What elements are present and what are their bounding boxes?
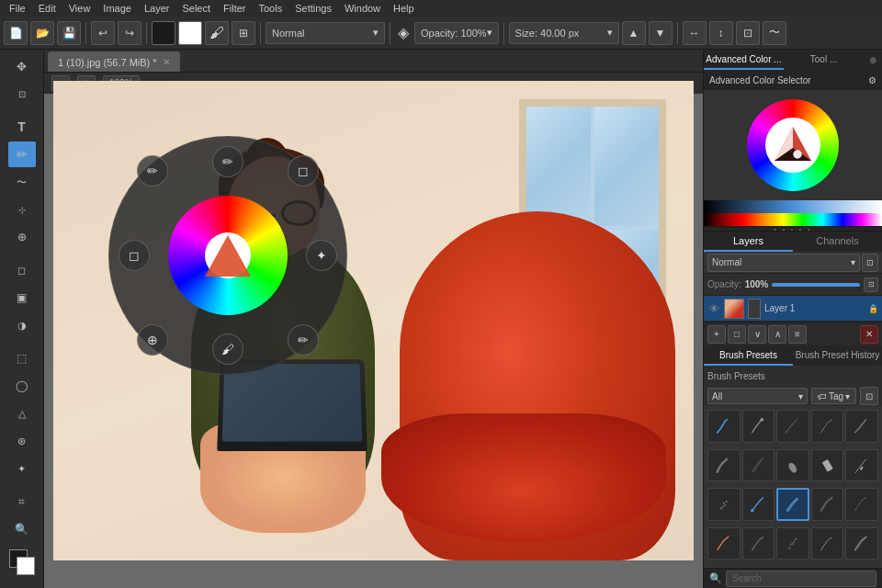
menu-filter[interactable]: Filter <box>218 0 251 17</box>
wheel-icon-right[interactable]: ✦ <box>306 240 337 271</box>
move-down-btn[interactable]: ∨ <box>748 325 766 344</box>
brush-cell-7[interactable] <box>742 449 775 482</box>
menu-help[interactable]: Help <box>388 0 420 17</box>
brush-cell-4[interactable] <box>811 410 844 443</box>
text-tool[interactable]: T <box>8 114 36 140</box>
paint-brush-tool[interactable]: ✏ <box>8 141 36 167</box>
eraser-tool[interactable]: ◻ <box>8 257 36 283</box>
color-wheel-popup[interactable]: ✏ ◻ ✦ ✏ 🖌 ⊕ ◻ ✏ <box>108 136 347 375</box>
brush-tag-button[interactable]: 🏷 Tag ▾ <box>811 388 856 404</box>
brush-presets-tab[interactable]: Brush Presets <box>704 345 793 366</box>
polygon-select-tool[interactable]: △ <box>8 401 36 426</box>
brush-cell-5[interactable] <box>845 410 878 443</box>
brush-cell-18[interactable] <box>776 527 809 560</box>
multibrush-tool[interactable]: ⊹ <box>8 197 36 222</box>
bg-color-btn[interactable] <box>178 21 202 45</box>
transform-tool[interactable]: ⊡ <box>8 81 36 107</box>
size-decr-btn[interactable]: ▲ <box>622 21 646 45</box>
brush-cell-17[interactable] <box>742 527 775 560</box>
menu-window[interactable]: Window <box>339 0 386 17</box>
wheel-icon-topleft[interactable]: ✏ <box>137 155 168 187</box>
blend-mode-dropdown[interactable]: Normal ▾ <box>266 22 385 44</box>
size-incr-btn[interactable]: ▼ <box>649 21 673 45</box>
rect-select-tool[interactable]: ⬚ <box>8 345 36 371</box>
menu-layer[interactable]: Layer <box>139 0 175 17</box>
opacity-extra-btn[interactable]: ⊡ <box>864 277 878 292</box>
wheel-icon-bottom[interactable]: 🖌 <box>212 334 243 365</box>
brush-search-input[interactable]: Search <box>726 571 876 587</box>
menu-select[interactable]: Select <box>176 0 216 17</box>
brush-cell-16[interactable] <box>707 527 741 560</box>
layer-props-btn[interactable]: ≡ <box>788 325 807 344</box>
move-up-btn[interactable]: ∧ <box>768 325 786 344</box>
fg-color-btn[interactable] <box>152 21 175 45</box>
main-color-wheel[interactable] <box>747 99 839 191</box>
layers-options-btn[interactable]: ⊡ <box>862 254 878 272</box>
panel-extra-tab[interactable]: ⊕ <box>864 50 882 70</box>
color-wheel-inner[interactable] <box>196 223 260 288</box>
color-wheel-container[interactable] <box>704 90 882 200</box>
brush-cell-6[interactable] <box>707 449 741 482</box>
save-file-button[interactable]: 💾 <box>57 21 81 45</box>
layer-visibility-icon[interactable]: 👁 <box>707 302 720 315</box>
layers-tab-btn[interactable]: Layers <box>704 232 793 252</box>
wheel-icon-bottomleft[interactable]: ⊕ <box>137 324 168 356</box>
undo-button[interactable]: ↩ <box>91 21 115 45</box>
brush-history-tab[interactable]: Brush Preset History <box>793 345 882 366</box>
fill-tool[interactable]: ▣ <box>8 285 36 311</box>
menu-view[interactable]: View <box>63 0 96 17</box>
menu-settings[interactable]: Settings <box>289 0 337 17</box>
layer-lock-icon[interactable]: 🔒 <box>867 303 878 314</box>
size-display[interactable]: Size: 40.00 px ▾ <box>509 22 619 44</box>
brush-cell-8[interactable] <box>776 449 809 482</box>
lasso-tool[interactable]: ⊛ <box>8 428 36 454</box>
brush-cell-13[interactable] <box>776 488 809 521</box>
channels-tab-btn[interactable]: Channels <box>793 232 882 252</box>
mirror-y-btn[interactable]: ↕ <box>709 21 733 45</box>
wrap-btn[interactable]: ⊡ <box>736 21 760 45</box>
wheel-icon-top[interactable]: ✏ <box>212 146 243 177</box>
brush-grid-btn[interactable]: ⊞ <box>232 21 255 45</box>
color-gradient-bar[interactable] <box>704 200 882 213</box>
pan-tool[interactable]: ✋ <box>8 582 36 588</box>
brush-cell-14[interactable] <box>811 488 844 521</box>
brush-tool-btn[interactable]: 🖌 <box>205 21 229 45</box>
delete-layer-btn[interactable]: ✕ <box>860 325 878 344</box>
advanced-color-tab[interactable]: Advanced Color ... <box>704 50 784 70</box>
background-swatch[interactable] <box>17 557 35 575</box>
menu-tools[interactable]: Tools <box>254 0 288 17</box>
tool-tab[interactable]: Tool ... <box>784 50 864 70</box>
canvas-viewport[interactable]: ✏ ◻ ✦ ✏ 🖌 ⊕ ◻ ✏ - + <box>44 72 703 588</box>
mirror-x-btn[interactable]: ↔ <box>683 21 707 45</box>
opacity-display[interactable]: Opacity: 100% ▾ <box>414 22 499 44</box>
gradient-tool[interactable]: ◑ <box>8 312 36 338</box>
layer-row[interactable]: 👁 Layer 1 🔒 <box>704 296 882 322</box>
move-tool[interactable]: ✥ <box>8 53 36 79</box>
redo-button[interactable]: ↪ <box>118 21 141 45</box>
opacity-slider[interactable] <box>772 283 860 287</box>
smoothing-btn[interactable]: 〜 <box>763 21 786 45</box>
new-file-button[interactable]: 📄 <box>4 21 28 45</box>
canvas-image[interactable]: ✏ ◻ ✦ ✏ 🖌 ⊕ ◻ ✏ <box>53 81 694 560</box>
zoom-tool[interactable]: 🔍 <box>8 516 36 542</box>
brush-all-filter[interactable]: All ▾ <box>707 388 808 404</box>
duplicate-layer-btn[interactable]: □ <box>728 325 746 344</box>
brush-cell-15[interactable] <box>845 488 878 521</box>
ellipse-select-tool[interactable]: ◯ <box>8 373 36 399</box>
settings-icon[interactable]: ⚙ <box>868 75 876 85</box>
open-file-button[interactable]: 📂 <box>30 21 54 45</box>
brush-extra-btn[interactable]: ⊡ <box>860 387 878 405</box>
brush-cell-3[interactable] <box>776 410 809 443</box>
layers-blend-mode[interactable]: Normal ▾ <box>707 254 860 272</box>
dynamic-brush-tool[interactable]: 〜 <box>8 169 36 195</box>
brush-cell-19[interactable] <box>811 527 844 560</box>
magic-wand-tool[interactable]: ✦ <box>8 456 36 481</box>
brush-cell-1[interactable] <box>707 410 741 443</box>
clone-tool[interactable]: ⊕ <box>8 224 36 250</box>
brush-cell-12[interactable] <box>742 488 775 521</box>
color-wheel-outer[interactable] <box>168 196 288 315</box>
wheel-icon-topright[interactable]: ◻ <box>288 155 319 187</box>
document-tab[interactable]: 1 (10).jpg (56.7 MiB) * ✕ <box>48 51 180 72</box>
wheel-icon-left[interactable]: ◻ <box>119 240 150 271</box>
brush-cell-10[interactable] <box>845 449 878 482</box>
